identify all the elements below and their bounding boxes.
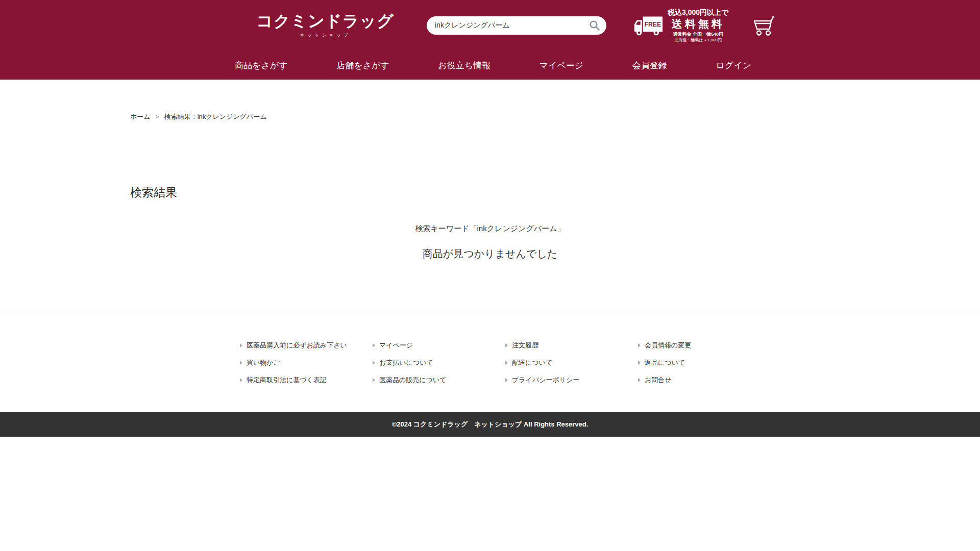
footer-link-payment[interactable]: お支払いについて — [373, 354, 505, 371]
logo-subtitle: ネットショップ — [256, 32, 394, 39]
arrow-right-icon — [240, 361, 242, 365]
search-keyword-message: 検索キーワード「inkクレンジングバーム」 — [130, 224, 850, 234]
shipping-normal-fee: 通常料金 全国一律540円 — [668, 32, 728, 38]
no-results-message: 商品が見つかりませんでした — [130, 247, 850, 314]
shipping-text: 税込3,000円以上で 送料無料 通常料金 全国一律540円 北海道・離島は＋1… — [668, 8, 728, 43]
arrow-right-icon — [240, 343, 242, 347]
footer-column-2: マイページ お支払いについて 医薬品の販売について — [373, 337, 505, 389]
truck-free-label: FREE — [644, 21, 661, 28]
page-title: 検索結果 — [130, 185, 850, 201]
footer-column-1: 医薬品購入前に必ずお読み下さい 買い物かご 特定商取引法に基づく表記 — [240, 337, 373, 389]
breadcrumb-home[interactable]: ホーム — [130, 112, 151, 121]
breadcrumb-separator: > — [156, 113, 159, 120]
header-inner: コクミンドラッグ ネットショップ FREE 税込3,000円以上で — [184, 0, 796, 51]
arrow-right-icon — [505, 343, 508, 347]
footer-column-4: 会員情報の変更 返品について お問合せ — [638, 337, 771, 389]
nav-item-stores[interactable]: 店舗をさがす — [336, 60, 389, 71]
arrow-right-icon — [638, 361, 641, 365]
delivery-truck-icon: FREE — [634, 14, 663, 37]
footer-link-privacy-policy[interactable]: プライバシーポリシー — [505, 371, 638, 389]
logo-text: コクミンドラッグ — [256, 12, 394, 30]
footer-link-member-info[interactable]: 会員情報の変更 — [638, 337, 771, 354]
arrow-right-icon — [373, 378, 375, 382]
footer-link-legal-notation[interactable]: 特定商取引法に基づく表記 — [240, 371, 373, 389]
footer-copyright-bar: ©2024 コクミンドラッグ ネットショップ All Rights Reserv… — [0, 412, 980, 437]
nav-item-products[interactable]: 商品をさがす — [235, 60, 288, 71]
footer-column-3: 注文履歴 配送について プライバシーポリシー — [505, 337, 638, 389]
free-shipping-banner: FREE 税込3,000円以上で 送料無料 通常料金 全国一律540円 北海道・… — [634, 8, 728, 43]
nav-item-login[interactable]: ログイン — [716, 60, 751, 71]
cart-button[interactable] — [752, 15, 775, 36]
shipping-remote-fee: 北海道・離島は＋1,000円 — [668, 38, 728, 43]
footer-link-contact[interactable]: お問合せ — [638, 371, 771, 389]
shipping-threshold: 税込3,000円以上で — [668, 8, 728, 17]
footer-link-returns[interactable]: 返品について — [638, 354, 771, 371]
cart-icon — [752, 15, 775, 36]
arrow-right-icon — [638, 378, 641, 382]
site-logo[interactable]: コクミンドラッグ ネットショップ — [256, 12, 394, 38]
footer-link-medicine-sales[interactable]: 医薬品の販売について — [373, 371, 505, 389]
arrow-right-icon — [373, 343, 375, 347]
arrow-right-icon — [505, 361, 508, 365]
footer-links-grid: 医薬品購入前に必ずお読み下さい 買い物かご 特定商取引法に基づく表記 マイページ… — [240, 337, 771, 389]
footer-link-cart[interactable]: 買い物かご — [240, 354, 373, 371]
nav-item-info[interactable]: お役立ち情報 — [438, 60, 491, 71]
shipping-free-label: 送料無料 — [668, 17, 728, 31]
search-icon[interactable] — [589, 20, 600, 31]
breadcrumb: ホーム > 検索結果：inkクレンジングバーム — [130, 80, 850, 121]
arrow-right-icon — [240, 378, 242, 382]
arrow-right-icon — [638, 343, 641, 347]
copyright-text: ©2024 コクミンドラッグ ネットショップ All Rights Reserv… — [392, 420, 589, 429]
nav-item-register[interactable]: 会員登録 — [632, 60, 667, 71]
main-content: ホーム > 検索結果：inkクレンジングバーム 検索結果 検索キーワード「ink… — [130, 80, 850, 314]
arrow-right-icon — [505, 378, 508, 382]
header: コクミンドラッグ ネットショップ FREE 税込3,000円以上で — [0, 0, 980, 51]
breadcrumb-current: 検索結果：inkクレンジングバーム — [164, 112, 267, 121]
search-input[interactable] — [427, 16, 606, 35]
footer-links-section: 医薬品購入前に必ずお読み下さい 買い物かご 特定商取引法に基づく表記 マイページ… — [0, 314, 980, 412]
main-nav: 商品をさがす 店舗をさがす お役立ち情報 マイページ 会員登録 ログイン — [0, 51, 980, 80]
nav-item-mypage[interactable]: マイページ — [540, 60, 584, 71]
footer-link-order-history[interactable]: 注文履歴 — [505, 337, 638, 354]
arrow-right-icon — [373, 361, 375, 365]
footer-link-medicine-notice[interactable]: 医薬品購入前に必ずお読み下さい — [240, 337, 373, 354]
footer-link-mypage[interactable]: マイページ — [373, 337, 505, 354]
footer-link-delivery[interactable]: 配送について — [505, 354, 638, 371]
search-bar — [427, 16, 606, 35]
main-nav-inner: 商品をさがす 店舗をさがす お役立ち情報 マイページ 会員登録 ログイン — [184, 51, 796, 80]
